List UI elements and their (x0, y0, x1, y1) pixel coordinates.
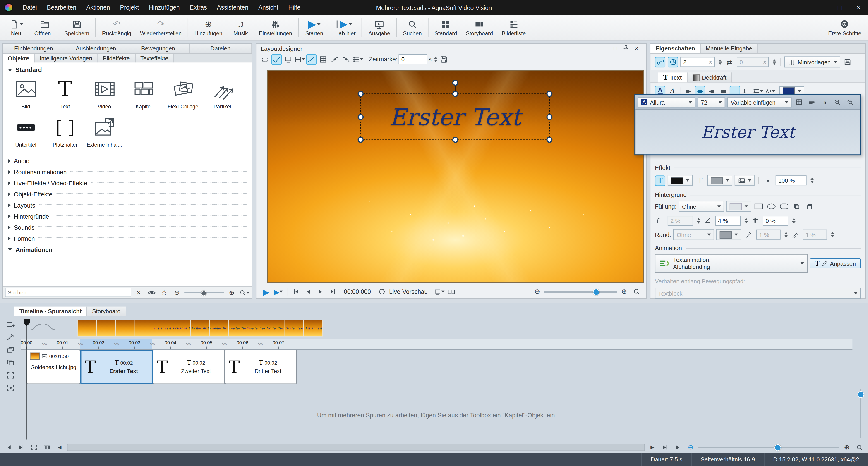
save-template-icon[interactable] (842, 57, 852, 67)
tab-texteffekte[interactable]: Texteffekte (135, 54, 174, 63)
rotation-handle[interactable] (452, 80, 459, 86)
section-objekt-effekte[interactable]: Objekt-Effekte (5, 188, 250, 199)
tab-bewegungen[interactable]: Bewegungen (127, 44, 189, 53)
fuellung-dropdown[interactable]: Ohne (679, 201, 724, 212)
tab-storyboard[interactable]: Storyboard (87, 307, 126, 316)
shape-rect-button[interactable] (753, 201, 764, 212)
border-blur-stepper[interactable] (831, 232, 835, 238)
transform-tool-icon[interactable] (260, 54, 270, 64)
outline-color-dropdown[interactable] (708, 175, 733, 186)
menu-assistenten[interactable]: Assistenten (212, 0, 253, 15)
save-timemark-icon[interactable] (439, 54, 449, 64)
menu-ansicht[interactable]: Ansicht (253, 0, 283, 15)
bg-offset-field[interactable]: 0 % (763, 215, 788, 225)
monitor-select-icon[interactable] (434, 286, 444, 297)
play-from-here-button[interactable]: ▶ ... ab hier (328, 15, 360, 40)
settings-button[interactable]: Einstellungen (254, 15, 297, 40)
grid-settings-icon[interactable] (294, 54, 305, 64)
section-animationen[interactable]: Animationen (5, 244, 250, 255)
section-formen[interactable]: Formen (5, 232, 250, 244)
curve-out-icon[interactable] (341, 54, 351, 64)
menu-datei[interactable]: Datei (18, 0, 42, 15)
tl-fit-view-icon[interactable] (29, 442, 39, 452)
tl-zoom-out-icon[interactable]: ⊖ (685, 442, 696, 452)
table-icon[interactable] (318, 54, 328, 64)
bg-offset-stepper[interactable] (792, 218, 796, 223)
maximize-button[interactable]: □ (830, 0, 849, 15)
section-audio[interactable]: Audio (5, 155, 250, 166)
shape-rounded-button[interactable] (779, 201, 789, 212)
dual-view-icon[interactable] (446, 286, 457, 297)
subtab-deckkraft[interactable]: Deckkraft (687, 72, 732, 82)
menu-hilfe[interactable]: Hilfe (283, 0, 305, 15)
selection-box[interactable]: Erster Text (361, 94, 549, 139)
playhead-handle[interactable] (24, 319, 30, 326)
toolbox-zoom-slider[interactable] (184, 292, 224, 293)
tab-objekte[interactable]: Objekte (3, 54, 35, 63)
canvas-text-object[interactable]: Erster Text (361, 94, 549, 139)
section-hintergruende[interactable]: Hintergründe (5, 210, 250, 221)
pin-icon[interactable] (621, 43, 631, 54)
copy-layer-icon[interactable] (5, 344, 16, 355)
contrast-icon[interactable]: ◑ (819, 97, 830, 107)
undo-button[interactable]: ↶ Rückgängig (98, 15, 135, 40)
tab-dateien[interactable]: Dateien (189, 44, 252, 53)
monitor-area-icon[interactable] (283, 54, 293, 64)
add-button[interactable]: ⊕ Hinzufügen (190, 15, 227, 40)
fill-color-dropdown[interactable] (668, 175, 692, 186)
favorites-star-icon[interactable]: ☆ (159, 287, 169, 298)
clear-search-icon[interactable]: × (133, 287, 144, 298)
search-input[interactable] (5, 288, 131, 298)
duration-field[interactable]: 2s (680, 57, 715, 67)
section-standard[interactable]: Standard (5, 64, 250, 75)
border-blur-field[interactable]: 1 % (803, 230, 827, 240)
zoom-in-icon[interactable]: ⊕ (226, 287, 237, 298)
toolbox-item-partikel[interactable]: Partikel (203, 76, 242, 110)
tab-manuelle-eingabe[interactable]: Manuelle Eingabe (701, 44, 758, 53)
clip-goldenes-licht[interactable]: 00:01.50 Goldenes Licht.jpg (27, 350, 80, 384)
view-storyboard-button[interactable]: Storyboard (461, 15, 497, 40)
toolbox-item-bild[interactable]: Bild (6, 76, 45, 110)
insert-variable-dropdown[interactable]: Variable einfügen (727, 97, 792, 107)
toolbox-item-untertitel[interactable]: Untertitel (6, 114, 45, 148)
tl-play-icon[interactable] (673, 442, 683, 452)
zoom-out-icon[interactable]: ⊖ (172, 287, 182, 298)
timeline-zoom-slider[interactable] (698, 446, 839, 448)
view-imagelist-button[interactable]: Bilderliste (497, 15, 530, 40)
zoom-in-text-icon[interactable] (832, 97, 842, 107)
anpassen-button[interactable]: T Anpassen (810, 258, 861, 269)
zoom-in-icon[interactable]: ⊕ (619, 286, 629, 297)
paste-style-button[interactable] (804, 201, 815, 212)
maximize-panel-icon[interactable]: □ (610, 43, 621, 54)
clip-dritter-text[interactable]: T T00:02 Dritter Text (225, 350, 297, 384)
minivorlagen-dropdown[interactable]: Minivorlagen (784, 56, 840, 67)
scroll-left-icon[interactable]: ◀ (54, 442, 65, 452)
zoom-mode-icon[interactable] (239, 287, 249, 298)
close-button[interactable]: × (849, 0, 868, 15)
frame-forward-icon[interactable] (315, 286, 325, 297)
minimize-button[interactable]: – (812, 0, 830, 15)
time-ruler[interactable]: 00:00 00:01 00:02 00:03 00:04 00:05 00:0… (21, 339, 852, 350)
new-button[interactable]: Neu (2, 15, 30, 40)
tl-jump-start-icon[interactable] (3, 442, 14, 452)
rand-color-dropdown[interactable] (717, 229, 741, 240)
tab-ausblendungen[interactable]: Ausblendungen (65, 44, 127, 53)
live-preview-icon[interactable] (377, 286, 388, 297)
toolbox-item-externe-inhalte[interactable]: Externe Inhal... (85, 114, 124, 148)
add-object-icon[interactable] (5, 319, 16, 329)
toolbox-item-flexi-collage[interactable]: Flexi-Collage (163, 76, 203, 110)
rand-dropdown[interactable]: Ohne (673, 229, 714, 240)
corner-radius-field[interactable]: 2 % (668, 215, 693, 225)
font-family-dropdown[interactable]: AAllura (638, 97, 695, 107)
start-playback-button[interactable]: ▶ Starten (301, 15, 328, 40)
menu-bearbeiten[interactable]: Bearbeiten (42, 0, 81, 15)
tab-timeline-spuransicht[interactable]: Timeline - Spuransicht (14, 307, 87, 316)
redo-button[interactable]: ↷ Wiederherstellen (135, 15, 186, 40)
tab-intelligente-vorlagen[interactable]: Intelligente Vorlagen (35, 54, 98, 63)
curve-mode-icon[interactable] (306, 54, 316, 64)
cut-tool-icon[interactable] (5, 332, 16, 342)
subtab-text[interactable]: TText (658, 72, 687, 82)
toolbox-item-video[interactable]: Video (85, 76, 124, 110)
play-from-timemark-button[interactable]: ▶ (273, 286, 283, 297)
char-table-icon[interactable] (794, 97, 804, 107)
